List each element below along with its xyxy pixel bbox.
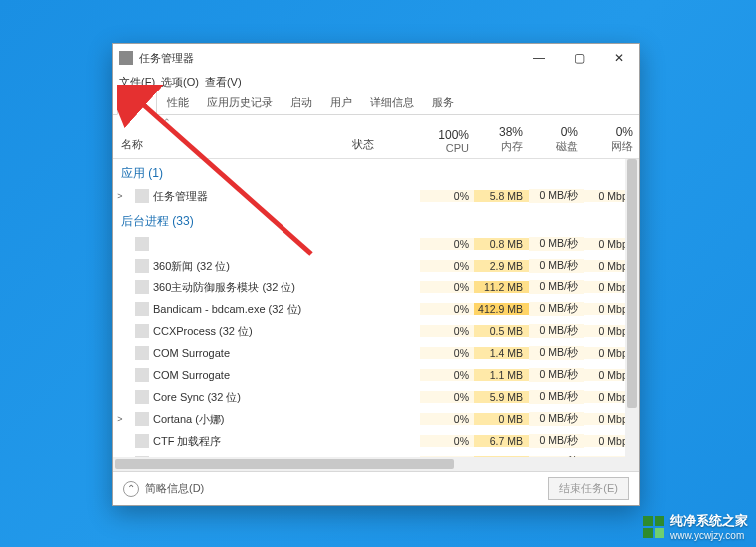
process-name: Cortana (小娜)	[153, 412, 348, 427]
col-name-label: 名称	[121, 137, 143, 152]
column-headers: ⌃ 名称 状态 100% CPU 38% 内存 0% 磁盘	[113, 115, 639, 159]
tab-services[interactable]: 服务	[424, 91, 462, 114]
process-icon	[135, 346, 149, 360]
expander-icon[interactable]: >	[113, 191, 127, 201]
mem-cell: 1.1 MB	[474, 369, 529, 381]
mem-label: 内存	[501, 139, 523, 154]
disk-cell: 0 MB/秒	[529, 259, 584, 273]
expander-icon[interactable]: >	[113, 414, 127, 424]
process-name: 360主动防御服务模块 (32 位)	[153, 280, 348, 295]
tab-performance[interactable]: 性能	[159, 91, 197, 114]
desktop: 任务管理器 — ▢ ✕ 文件(F) 选项(O) 查看(V) 进程 性能 应用历史…	[0, 0, 756, 547]
cpu-label: CPU	[446, 142, 469, 154]
disk-cell: 0 MB/秒	[529, 434, 584, 448]
vertical-scrollbar[interactable]	[625, 159, 639, 457]
process-icon	[135, 280, 149, 294]
process-name: COM Surrogate	[153, 369, 348, 381]
tab-apphistory[interactable]: 应用历史记录	[199, 91, 281, 114]
chevron-up-icon[interactable]: ⌃	[123, 481, 139, 497]
process-name: CCXProcess (32 位)	[153, 324, 348, 339]
process-icon	[135, 324, 149, 338]
mem-usage-pct: 38%	[499, 125, 523, 139]
tab-processes[interactable]: 进程	[117, 91, 157, 115]
disk-cell: 0 MB/秒	[529, 302, 584, 316]
table-row[interactable]: COM Surrogate0%1.1 MB0 MB/秒0 Mbps	[113, 364, 639, 386]
cpu-cell: 0%	[420, 303, 474, 315]
table-row[interactable]: CTF 加载程序0%6.7 MB0 MB/秒0 Mbps	[113, 430, 639, 452]
table-row[interactable]: Bandicam - bdcam.exe (32 位)0%412.9 MB0 M…	[113, 298, 639, 320]
mem-cell: 0.8 MB	[474, 238, 529, 250]
menubar: 文件(F) 选项(O) 查看(V)	[113, 72, 639, 91]
col-cpu[interactable]: 100% CPU	[420, 115, 474, 158]
fewer-details-link[interactable]: 简略信息(D)	[145, 481, 204, 496]
table-row[interactable]: CCXProcess (32 位)0%0.5 MB0 MB/秒0 Mbps	[113, 320, 639, 342]
rows-container: 应用 (1)>任务管理器0%5.8 MB0 MB/秒0 Mbps后台进程 (33…	[113, 159, 639, 457]
cpu-cell: 0%	[420, 260, 474, 272]
cpu-cell: 0%	[420, 413, 474, 425]
titlebar[interactable]: 任务管理器 — ▢ ✕	[113, 44, 639, 72]
mem-cell: 0 MB	[474, 413, 529, 425]
process-icon	[135, 412, 149, 426]
end-task-button[interactable]: 结束任务(E)	[548, 477, 629, 500]
maximize-button[interactable]: ▢	[559, 44, 599, 72]
disk-cell: 0 MB/秒	[529, 412, 584, 426]
horizontal-scrollbar[interactable]	[113, 457, 639, 471]
col-name[interactable]: ⌃ 名称	[113, 115, 348, 158]
mem-cell: 1.4 MB	[474, 347, 529, 359]
col-status-label: 状态	[352, 137, 374, 152]
disk-usage-pct: 0%	[561, 125, 578, 139]
menu-file[interactable]: 文件(F)	[119, 75, 155, 90]
process-icon	[135, 302, 149, 316]
cpu-cell: 0%	[420, 347, 474, 359]
disk-cell: 0 MB/秒	[529, 390, 584, 404]
process-name: COM Surrogate	[153, 347, 348, 359]
process-name: Bandicam - bdcam.exe (32 位)	[153, 302, 348, 317]
tabbar: 进程 性能 应用历史记录 启动 用户 详细信息 服务	[113, 91, 639, 115]
window-title: 任务管理器	[139, 51, 519, 66]
table-row[interactable]: COM Surrogate0%1.4 MB0 MB/秒0 Mbps	[113, 342, 639, 364]
cpu-cell: 0%	[420, 369, 474, 381]
tab-users[interactable]: 用户	[322, 91, 360, 114]
mem-cell: 2.9 MB	[474, 260, 529, 272]
process-name: 360新闻 (32 位)	[153, 259, 348, 274]
table-row[interactable]: >任务管理器0%5.8 MB0 MB/秒0 Mbps	[113, 185, 639, 207]
mem-cell: 0.5 MB	[474, 325, 529, 337]
menu-options[interactable]: 选项(O)	[161, 75, 199, 90]
menu-view[interactable]: 查看(V)	[205, 75, 242, 90]
process-icon	[135, 390, 149, 404]
sort-indicator-icon: ⌃	[163, 117, 171, 127]
process-icon	[135, 189, 149, 203]
process-name: 任务管理器	[153, 189, 348, 204]
mem-cell: 6.7 MB	[474, 435, 529, 447]
cpu-usage-pct: 100%	[438, 128, 469, 142]
col-memory[interactable]: 38% 内存	[474, 115, 529, 158]
table-row[interactable]: >Cortana (小娜)0%0 MB0 MB/秒0 Mbps	[113, 408, 639, 430]
table-row[interactable]: 0%0.8 MB0 MB/秒0 Mbps	[113, 233, 639, 255]
app-icon	[119, 51, 133, 65]
mem-cell: 5.9 MB	[474, 391, 529, 403]
disk-cell: 0 MB/秒	[529, 237, 584, 251]
table-row[interactable]: Core Sync (32 位)0%5.9 MB0 MB/秒0 Mbps	[113, 386, 639, 408]
close-button[interactable]: ✕	[599, 44, 639, 72]
cpu-cell: 0%	[420, 391, 474, 403]
col-network[interactable]: 0% 网络	[584, 115, 639, 158]
group-header: 应用 (1)	[113, 159, 639, 185]
disk-cell: 0 MB/秒	[529, 280, 584, 294]
table-row[interactable]: 360主动防御服务模块 (32 位)0%11.2 MB0 MB/秒0 Mbps	[113, 276, 639, 298]
mem-cell: 412.9 MB	[474, 303, 529, 315]
watermark-logo-icon	[643, 516, 664, 538]
scrollbar-thumb[interactable]	[627, 159, 637, 408]
process-icon	[135, 368, 149, 382]
col-disk[interactable]: 0% 磁盘	[529, 115, 584, 158]
table-row[interactable]: 360新闻 (32 位)0%2.9 MB0 MB/秒0 Mbps	[113, 255, 639, 276]
scrollbar-thumb[interactable]	[115, 459, 454, 469]
process-icon	[135, 259, 149, 273]
tab-startup[interactable]: 启动	[283, 91, 320, 114]
mem-cell: 5.8 MB	[474, 190, 529, 202]
group-header: 后台进程 (33)	[113, 207, 639, 233]
minimize-button[interactable]: —	[519, 44, 559, 72]
cpu-cell: 0%	[420, 281, 474, 293]
tab-details[interactable]: 详细信息	[362, 91, 422, 114]
disk-cell: 0 MB/秒	[529, 324, 584, 338]
col-status[interactable]: 状态	[348, 115, 420, 158]
